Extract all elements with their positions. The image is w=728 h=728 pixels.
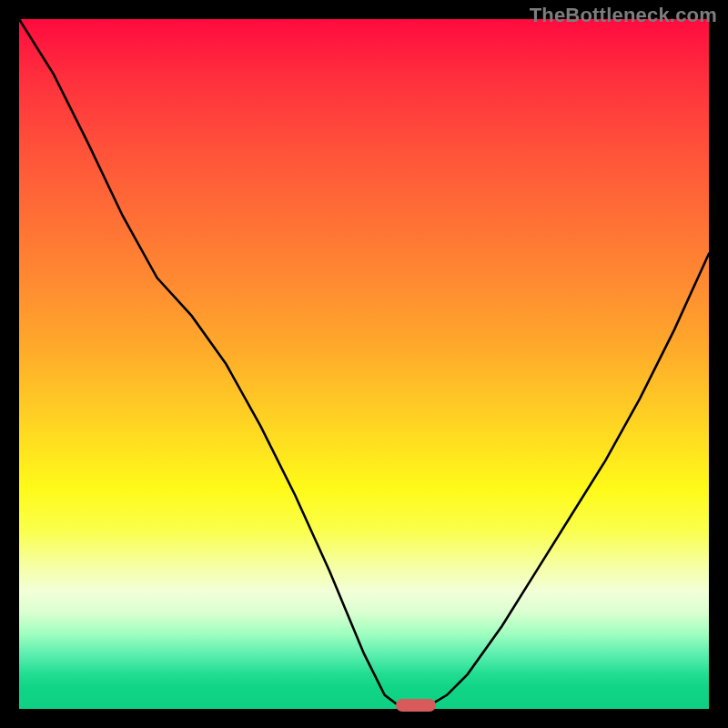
bottleneck-curve <box>19 19 709 709</box>
curve-left-branch <box>19 19 399 705</box>
watermark-text: TheBottleneck.com <box>530 4 717 27</box>
curve-right-branch <box>433 254 709 703</box>
notch-marker <box>396 699 436 712</box>
chart-frame: TheBottleneck.com <box>0 0 728 728</box>
plot-area <box>19 19 709 709</box>
